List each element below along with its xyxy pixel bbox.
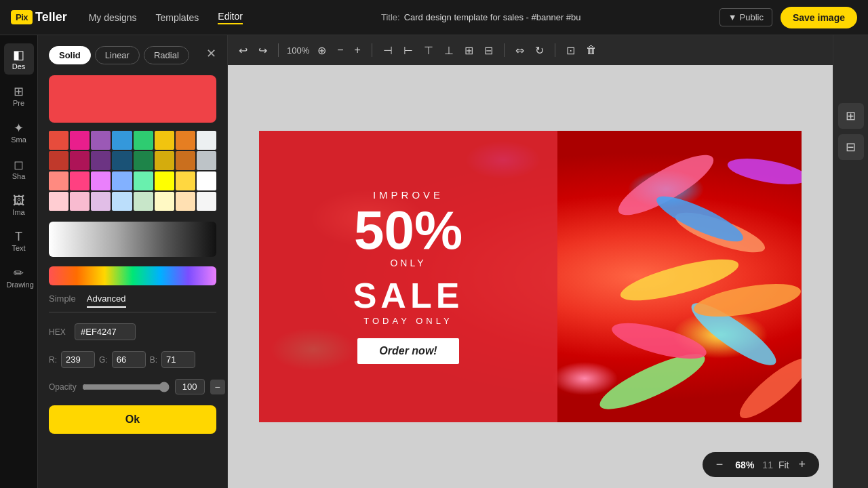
swatch[interactable] [176, 131, 195, 150]
redo-button[interactable]: ↪ [256, 41, 270, 60]
swatch[interactable] [197, 131, 216, 150]
swatch[interactable] [155, 131, 174, 150]
swatch[interactable] [70, 171, 90, 190]
swatch-row-2 [49, 151, 216, 170]
align-bottom-button[interactable]: ⊟ [481, 41, 496, 60]
swatch[interactable] [155, 151, 174, 170]
hex-label: HEX [49, 327, 69, 337]
tab-advanced[interactable]: Advanced [87, 293, 126, 308]
swatch[interactable] [70, 131, 90, 150]
ok-button[interactable]: Ok [49, 405, 216, 434]
tab-solid[interactable]: Solid [49, 46, 91, 64]
tab-linear[interactable]: Linear [95, 46, 140, 64]
title-label: Title: [381, 12, 400, 22]
swatch[interactable] [112, 131, 132, 150]
title-value[interactable]: Card design template for sales - #banner… [404, 12, 581, 22]
left-sidebar: ◧ Des ⊞ Pre ✦ Sma ◻ Sha 🖼 Ima T Text ✏ D… [0, 35, 38, 488]
design-text-area: IMPROVE 50% ONLY SALE TODAY ONLY Order n… [259, 131, 557, 422]
swatch[interactable] [49, 171, 68, 190]
opacity-minus-button[interactable]: − [210, 380, 225, 394]
close-color-panel-button[interactable]: ✕ [206, 46, 216, 61]
swatch[interactable] [134, 151, 153, 170]
swatch[interactable] [134, 131, 153, 150]
tab-radial[interactable]: Radial [144, 46, 189, 64]
sidebar-item-text[interactable]: T Text [4, 226, 34, 256]
nav-templates[interactable]: Templates [156, 12, 199, 23]
improve-text: IMPROVE [373, 189, 443, 201]
public-button[interactable]: ▼ Public [719, 8, 772, 26]
rotate-button[interactable]: ↻ [532, 41, 547, 60]
swatch[interactable] [112, 192, 132, 211]
remove-layer-button[interactable]: ⊟ [838, 134, 864, 160]
sidebar-item-design[interactable]: ◧ Des [4, 43, 34, 75]
rgb-row: R: G: B: [49, 351, 216, 368]
align-left-button[interactable]: ⊣ [380, 41, 395, 60]
fit-button[interactable]: Fit [778, 460, 789, 470]
g-input[interactable] [112, 351, 146, 368]
align-middle-button[interactable]: ⊞ [462, 41, 476, 60]
swatch[interactable] [155, 171, 174, 190]
zoom-icon[interactable]: ⊕ [315, 41, 329, 60]
sidebar-item-smart[interactable]: ✦ Sma [4, 117, 34, 148]
image-icon: 🖼 [7, 194, 31, 208]
tab-simple[interactable]: Simple [49, 293, 76, 308]
hex-input[interactable] [75, 323, 136, 340]
sidebar-item-drawing[interactable]: ✏ Drawing [4, 262, 34, 293]
spectrum-section [49, 266, 216, 285]
swatch[interactable] [176, 171, 195, 190]
align-center-button[interactable]: ⊢ [401, 41, 416, 60]
zoom-minus-button[interactable]: − [334, 41, 346, 59]
opacity-value[interactable] [175, 379, 205, 394]
swatch[interactable] [197, 151, 216, 170]
swatch[interactable] [112, 151, 132, 170]
swatch-row-3 [49, 171, 216, 190]
sidebar-item-shape[interactable]: ◻ Sha [4, 153, 34, 184]
zoom-plus-button[interactable]: + [352, 41, 363, 59]
svg-point-9 [609, 316, 710, 366]
align-right-button[interactable]: ⊤ [421, 41, 436, 60]
swatch[interactable] [197, 171, 216, 190]
swatch[interactable] [49, 151, 68, 170]
b-input[interactable] [161, 351, 195, 368]
zoom-level: 68% [732, 460, 757, 470]
swatch[interactable] [176, 151, 195, 170]
order-button[interactable]: Order now! [357, 338, 458, 364]
swatch[interactable] [176, 192, 195, 211]
swatch[interactable] [91, 151, 111, 170]
add-layer-button[interactable]: ⊞ [838, 103, 864, 129]
swatch[interactable] [155, 192, 174, 211]
sidebar-item-preset[interactable]: ⊞ Pre [4, 80, 34, 111]
sidebar-item-image[interactable]: 🖼 Ima [4, 190, 34, 220]
toolbar-separator-2 [372, 43, 372, 57]
swatch[interactable] [112, 171, 132, 190]
only-text: ONLY [390, 258, 426, 268]
logo-badge: Pix [11, 10, 33, 24]
nav-editor[interactable]: Editor [218, 11, 243, 24]
zoom-in-button[interactable]: + [794, 456, 810, 473]
color-panel: Solid Linear Radial ✕ [38, 35, 228, 488]
right-sidebar: ⊞ ⊟ [833, 35, 868, 488]
text-icon: T [7, 230, 31, 244]
opacity-slider[interactable] [82, 382, 170, 392]
swatch[interactable] [70, 151, 90, 170]
sidebar-label-design: Des [12, 62, 26, 70]
sidebar-label-smart: Sma [11, 136, 26, 144]
delete-button[interactable]: 🗑 [583, 41, 599, 59]
flip-button[interactable]: ⇔ [513, 41, 527, 60]
swatch[interactable] [134, 171, 153, 190]
save-image-button[interactable]: Save image [781, 7, 857, 28]
swatch[interactable] [91, 171, 111, 190]
swatch[interactable] [197, 192, 216, 211]
crop-button[interactable]: ⊡ [564, 41, 578, 60]
swatch[interactable] [91, 192, 111, 211]
zoom-out-button[interactable]: − [712, 456, 728, 473]
undo-button[interactable]: ↩ [236, 41, 250, 60]
swatch[interactable] [49, 131, 68, 150]
swatch[interactable] [70, 192, 90, 211]
swatch[interactable] [134, 192, 153, 211]
swatch[interactable] [49, 192, 68, 211]
align-top-button[interactable]: ⊥ [441, 41, 456, 60]
nav-my-designs[interactable]: My designs [89, 12, 137, 23]
r-input[interactable] [61, 351, 95, 368]
swatch[interactable] [91, 131, 111, 150]
